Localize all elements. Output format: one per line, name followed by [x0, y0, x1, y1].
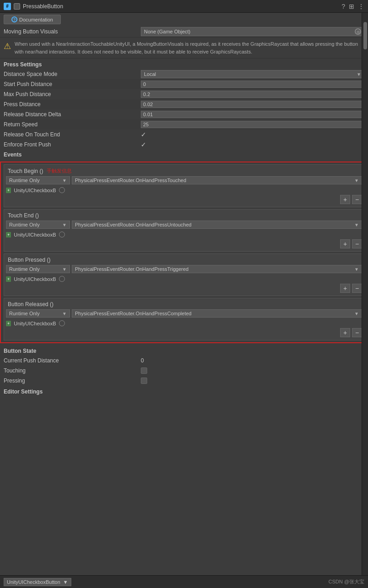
return-speed-label: Return Speed: [4, 121, 141, 128]
button-released-remove-button[interactable]: −: [352, 328, 362, 337]
component-icon: #: [4, 3, 11, 10]
button-pressed-add-button[interactable]: +: [340, 284, 350, 293]
button-pressed-group: Button Pressed () Runtime Only ▼ Physica…: [4, 254, 364, 296]
button-released-add-button[interactable]: +: [340, 328, 350, 337]
button-pressed-runtime-arrow: ▼: [62, 267, 67, 272]
editor-settings-content: [0, 396, 368, 415]
release-distance-delta-input[interactable]: [141, 111, 364, 118]
brand-label: CSDN @张大宝: [329, 578, 364, 585]
touch-end-handler-arrow: ▼: [354, 222, 359, 227]
button-pressed-remove-button[interactable]: −: [352, 284, 362, 293]
button-released-runtime-arrow: ▼: [62, 311, 67, 316]
button-released-obj-name: UnityUICheckboxB: [14, 321, 56, 326]
bottom-dropdown-arrow: ▼: [63, 579, 68, 585]
release-distance-delta-label: Release Distance Delta: [4, 111, 141, 118]
more-icon[interactable]: ⋮: [358, 3, 364, 10]
start-push-distance-input[interactable]: [141, 81, 364, 88]
return-speed-row: Return Speed: [0, 119, 368, 129]
touching-row: Touching: [0, 366, 368, 376]
enforce-front-push-row: Enforce Front Push ✓: [0, 140, 368, 150]
touch-begin-remove-button[interactable]: −: [352, 195, 362, 204]
moving-button-value[interactable]: None (Game Object) ◎: [141, 27, 364, 36]
return-speed-input[interactable]: [141, 121, 364, 128]
press-settings-header: Press Settings: [0, 59, 368, 69]
touch-end-obj-icon: +: [6, 232, 11, 237]
touch-begin-obj-icon: +: [6, 188, 11, 193]
touch-begin-obj-name: UnityUICheckboxB: [14, 188, 56, 193]
start-push-distance-row: Start Push Distance: [0, 79, 368, 89]
pin-icon[interactable]: ⊞: [349, 3, 354, 10]
touching-label: Touching: [4, 367, 141, 374]
warning-icon: ⚠: [4, 41, 11, 51]
touch-begin-group: Touch Begin () 手触发信息 Runtime Only ▼ Phys…: [4, 164, 364, 207]
button-released-runtime-dropdown[interactable]: Runtime Only ▼: [6, 309, 70, 318]
current-push-distance-label: Current Push Distance: [4, 357, 141, 364]
enforce-front-push-checkbox[interactable]: ✓: [141, 141, 146, 148]
component-title: PressableButton: [23, 3, 339, 10]
touch-begin-handler-arrow: ▼: [354, 178, 359, 183]
touch-end-remove-button[interactable]: −: [352, 239, 362, 248]
touch-end-title: Touch End (): [8, 212, 39, 219]
button-pressed-handler-dropdown[interactable]: PhysicalPressEventRouter.OnHandPressTrig…: [72, 265, 362, 273]
touch-end-event-row: Runtime Only ▼ PhysicalPressEventRouter.…: [6, 221, 362, 229]
touch-begin-obj-picker[interactable]: [59, 187, 65, 193]
button-pressed-obj-name: UnityUICheckboxB: [14, 276, 56, 282]
touch-end-actions: + −: [6, 238, 362, 249]
button-pressed-obj-icon: +: [6, 276, 11, 282]
touch-end-runtime-arrow: ▼: [62, 222, 67, 227]
touch-begin-add-button[interactable]: +: [340, 195, 350, 204]
button-pressed-title: Button Pressed (): [8, 257, 50, 263]
touch-end-title-row: Touch End (): [6, 211, 362, 221]
touch-end-obj-name: UnityUICheckboxB: [14, 232, 56, 237]
touching-checkbox: [141, 367, 147, 374]
bottom-dropdown[interactable]: UnityUICheckboxButton ▼: [4, 578, 71, 586]
touch-begin-runtime-dropdown[interactable]: Runtime Only ▼: [6, 176, 70, 184]
max-push-distance-label: Max Push Distance: [4, 91, 141, 97]
button-pressed-obj-row: + UnityUICheckboxB: [6, 275, 362, 283]
scrollbar-thumb[interactable]: [363, 22, 367, 49]
scrollbar[interactable]: [362, 13, 368, 575]
pressing-row: Pressing: [0, 376, 368, 386]
object-picker-icon[interactable]: ◎: [355, 28, 361, 35]
press-distance-input[interactable]: [141, 101, 364, 108]
editor-settings-header: Editor Settings: [0, 386, 368, 396]
button-released-obj-row: + UnityUICheckboxB: [6, 319, 362, 327]
max-push-distance-input[interactable]: [141, 91, 364, 98]
button-pressed-handler-arrow: ▼: [354, 267, 359, 272]
button-released-handler-dropdown[interactable]: PhysicalPressEventRouter.OnHandPressComp…: [72, 309, 362, 318]
touch-end-add-button[interactable]: +: [340, 239, 350, 248]
button-released-event-row: Runtime Only ▼ PhysicalPressEventRouter.…: [6, 309, 362, 318]
press-distance-label: Press Distance: [4, 101, 141, 108]
touch-end-obj-picker[interactable]: [59, 232, 65, 237]
touch-begin-handler-dropdown[interactable]: PhysicalPressEventRouter.OnHandPressTouc…: [72, 176, 362, 184]
pressing-checkbox: [141, 378, 147, 384]
touch-end-obj-row: + UnityUICheckboxB: [6, 231, 362, 238]
touch-end-runtime-dropdown[interactable]: Runtime Only ▼: [6, 221, 70, 229]
release-on-touch-end-checkbox[interactable]: ✓: [141, 131, 146, 138]
distance-space-mode-row: Distance Space Mode Local ▼: [0, 69, 368, 79]
button-pressed-actions: + −: [6, 283, 362, 294]
titlebar-actions: ? ⊞ ⋮: [341, 3, 364, 10]
current-push-distance-row: Current Push Distance 0: [0, 356, 368, 366]
button-pressed-obj-picker[interactable]: [59, 276, 65, 282]
current-push-distance-value: 0: [141, 357, 364, 364]
release-distance-delta-row: Release Distance Delta: [0, 109, 368, 119]
button-pressed-event-row: Runtime Only ▼ PhysicalPressEventRouter.…: [6, 265, 362, 273]
touch-end-group: Touch End () Runtime Only ▼ PhysicalPres…: [4, 209, 364, 252]
start-push-distance-label: Start Push Distance: [4, 81, 141, 87]
bottom-bar: UnityUICheckboxButton ▼ CSDN @张大宝: [0, 575, 368, 588]
button-released-obj-icon: +: [6, 321, 11, 326]
distance-space-mode-dropdown[interactable]: Local ▼: [141, 70, 364, 78]
pressing-label: Pressing: [4, 378, 141, 384]
button-pressed-runtime-dropdown[interactable]: Runtime Only ▼: [6, 265, 70, 273]
touch-end-handler-dropdown[interactable]: PhysicalPressEventRouter.OnHandPressUnto…: [72, 221, 362, 229]
help-icon[interactable]: ?: [341, 3, 345, 10]
enforce-front-push-label: Enforce Front Push: [4, 141, 141, 148]
touch-begin-obj-row: + UnityUICheckboxB: [6, 186, 362, 194]
component-enable-checkbox[interactable]: [14, 3, 20, 10]
press-distance-row: Press Distance: [0, 99, 368, 109]
max-push-distance-row: Max Push Distance: [0, 89, 368, 99]
documentation-button[interactable]: ? Documentation: [4, 15, 61, 24]
touch-begin-event-row: Runtime Only ▼ PhysicalPressEventRouter.…: [6, 176, 362, 184]
button-released-obj-picker[interactable]: [59, 320, 65, 326]
